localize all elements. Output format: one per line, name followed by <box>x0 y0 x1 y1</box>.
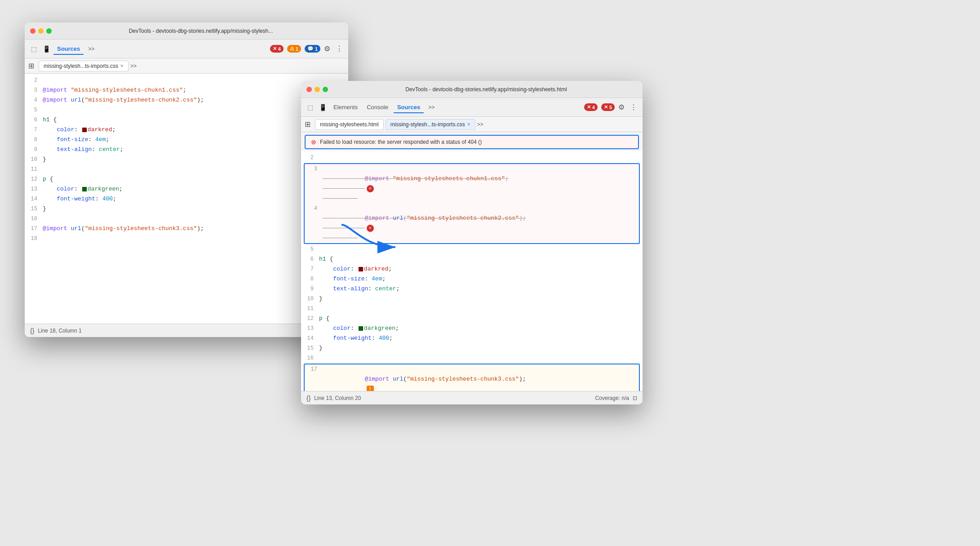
file-tab-label-2b: missing-stylesh...ts-imports.css <box>390 121 465 128</box>
tab-console[interactable]: Console <box>363 102 392 112</box>
cursor-icon-2[interactable]: ⬚ <box>305 102 315 113</box>
cursor-icon[interactable]: ⬚ <box>28 44 39 54</box>
gear-icon-2[interactable]: ⚙ <box>616 101 626 113</box>
minimize-button-2[interactable] <box>315 87 320 92</box>
error-badge-2b: ✕ 5 <box>601 103 615 111</box>
file-tab-2a[interactable]: missing-stylesheets.html <box>315 119 384 130</box>
coverage-icon-2: ⊡ <box>633 395 637 401</box>
close-button-1[interactable] <box>30 28 35 34</box>
code-area-2: 2 3 @import "missing-stylesheets-chukn1.… <box>301 151 643 391</box>
code-line-6: 6 h1 { <box>25 115 348 125</box>
code-line-17-w2: 17 @import url("missing-stylesheets-chun… <box>305 364 639 391</box>
file-tab-2b[interactable]: missing-stylesh...ts-imports.css ✕ <box>386 119 475 130</box>
maximize-button-2[interactable] <box>323 87 328 92</box>
file-tab-close-1[interactable]: ✕ <box>120 63 124 68</box>
status-bar-1: {} Line 18, Column 1 Coverage: n/a ⊡ <box>25 324 348 337</box>
code-line-10: 10 } <box>25 155 348 164</box>
code-line-12-w2: 12 p { <box>301 314 643 324</box>
file-tabs-1: ⊞ missing-stylesh...ts-imports.css ✕ >> <box>25 58 348 74</box>
file-tabs-2: ⊞ missing-stylesheets.html missing-style… <box>301 117 643 132</box>
close-button-2[interactable] <box>306 87 312 92</box>
error-lines-container: 3 @import "missing-stylesheets-chukn1.cs… <box>304 163 640 244</box>
code-line-14: 14 font-weight: 400; <box>25 194 348 204</box>
color-swatch-darkgreen-2 <box>359 326 363 331</box>
code-line-7: 7 color: darkred; <box>25 125 348 135</box>
code-area-1: 2 3 @import "missing-stylesheets-chukn1.… <box>25 74 348 324</box>
device-icon-2[interactable]: 📱 <box>317 102 328 113</box>
traffic-lights-1 <box>30 28 52 34</box>
more-tabs-2[interactable]: >> <box>426 102 437 112</box>
code-line-8: 8 font-size: 4em; <box>25 135 348 145</box>
toolbar-2: ⬚ 📱 Elements Console Sources >> ✕ 4 ✕ 5 … <box>301 98 643 117</box>
status-position-1: Line 18, Column 1 <box>38 328 81 334</box>
code-line-9-w2: 9 text-align: center; <box>301 284 643 294</box>
status-position-2: Line 13, Column 20 <box>314 395 361 401</box>
error-badge-line3: ✕ <box>367 185 374 192</box>
code-line-16: 16 <box>25 214 348 224</box>
info-badge-1: 💬 1 <box>305 45 320 53</box>
error-banner-container: ⊗ Failed to load resource: the server re… <box>305 135 639 149</box>
code-line-5: 5 <box>25 105 348 115</box>
file-tab-label-1: missing-stylesh...ts-imports.css <box>44 63 118 69</box>
gear-icon-1[interactable]: ⚙ <box>322 43 332 55</box>
error-badge-2a: ✕ 4 <box>584 103 598 111</box>
code-line-8-w2: 8 font-size: 4em; <box>301 274 643 284</box>
error-banner: ⊗ Failed to load resource: the server re… <box>306 136 638 148</box>
file-tab-1[interactable]: missing-stylesh...ts-imports.css ✕ <box>39 61 129 71</box>
more-options-icon-2[interactable]: ⋮ <box>628 101 639 113</box>
file-tab-more-2[interactable]: >> <box>477 121 483 128</box>
traffic-lights-2 <box>306 87 328 92</box>
code-line-4-w2: 4 @import url("missing-stylesheets-chunk… <box>305 204 639 243</box>
tab-sources-2[interactable]: Sources <box>394 102 424 113</box>
error-count-1: 4 <box>278 46 281 52</box>
error-icon-2a: ✕ <box>587 104 591 110</box>
warning-count-1: 1 <box>296 46 298 52</box>
color-swatch-darkred <box>82 128 87 132</box>
devtools-window-1: DevTools - devtools-dbg-stories.netlify.… <box>25 22 348 337</box>
file-tab-close-2[interactable]: ✕ <box>467 122 470 127</box>
code-line-18: 18 <box>25 234 348 244</box>
code-line-2-w2: 2 <box>301 153 643 163</box>
code-line-13: 13 color: darkgreen; <box>25 184 348 194</box>
file-tab-more-1[interactable]: >> <box>130 63 137 69</box>
code-line-17: 17 @import url("missing-stylesheets-chun… <box>25 224 348 234</box>
tab-sources-1[interactable]: Sources <box>53 44 84 55</box>
warning-icon-1: ⚠ <box>290 46 294 52</box>
more-tabs-1[interactable]: >> <box>85 44 97 54</box>
code-line-12: 12 p { <box>25 174 348 184</box>
code-line-5-w2: 5 <box>301 244 643 254</box>
more-options-icon-1[interactable]: ⋮ <box>334 43 345 55</box>
title-bar-2: DevTools - devtools-dbg-stories.netlify.… <box>301 81 643 98</box>
tab-elements[interactable]: Elements <box>330 102 361 112</box>
error-badge-line4: ✕ <box>367 225 374 232</box>
error-icon-1: ✕ <box>273 46 277 52</box>
sidebar-toggle-2[interactable]: ⊞ <box>305 120 310 129</box>
device-icon[interactable]: 📱 <box>41 44 52 54</box>
code-line-6-w2: 6 h1 { <box>301 254 643 264</box>
code-line-4: 4 @import url("missing-stylesheets-chunk… <box>25 95 348 105</box>
code-line-15-w2: 15 } <box>301 343 643 353</box>
title-bar-1: DevTools - devtools-dbg-stories.netlify.… <box>25 22 348 40</box>
window-title-2: DevTools - devtools-dbg-stories.netlify.… <box>335 86 637 93</box>
error-count-2a: 4 <box>592 105 595 110</box>
error-badge-1: ✕ 4 <box>270 45 284 53</box>
warning-badge-line17: ! <box>367 386 374 391</box>
code-line-10-w2: 10 } <box>301 294 643 304</box>
code-line-9: 9 text-align: center; <box>25 145 348 155</box>
status-coverage-2: Coverage: n/a <box>595 395 629 401</box>
error-banner-icon: ⊗ <box>311 138 316 146</box>
devtools-window-2: DevTools - devtools-dbg-stories.netlify.… <box>301 81 643 404</box>
code-line-16-w2: 16 <box>301 353 643 363</box>
code-line-3: 3 @import "missing-stylesheets-chukn1.cs… <box>25 85 348 95</box>
maximize-button-1[interactable] <box>46 28 52 34</box>
code-line-15: 15 } <box>25 204 348 214</box>
code-line-11-w2: 11 <box>301 304 643 314</box>
toolbar-1: ⬚ 📱 Sources >> ✕ 4 ⚠ 1 💬 1 ⚙ ⋮ <box>25 40 348 58</box>
error-count-2b: 5 <box>609 105 612 110</box>
sidebar-toggle-1[interactable]: ⊞ <box>28 62 34 70</box>
minimize-button-1[interactable] <box>38 28 44 34</box>
info-count-1: 1 <box>315 46 318 52</box>
window-title-1: DevTools - devtools-dbg-stories.netlify.… <box>59 28 343 34</box>
warning-badge-1: ⚠ 1 <box>287 45 301 53</box>
color-swatch-darkgreen <box>82 187 87 191</box>
